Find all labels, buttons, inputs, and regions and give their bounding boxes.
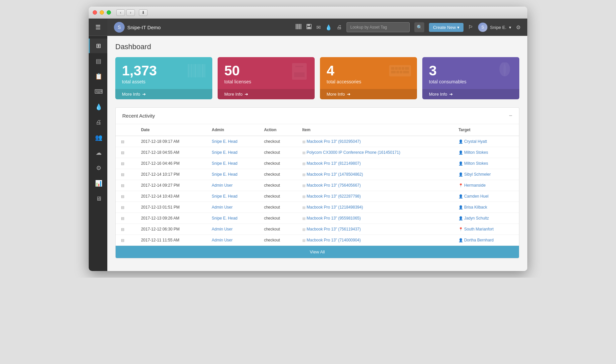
consumables-more-info[interactable]: More Info ➜ — [422, 89, 519, 99]
svg-rect-27 — [395, 67, 398, 70]
row-target[interactable]: 👤Sibyl Schmeler — [453, 169, 519, 180]
forward-button[interactable]: › — [126, 9, 135, 16]
asset-tag-search[interactable] — [347, 22, 410, 32]
svg-rect-8 — [301, 24, 301, 29]
row-admin[interactable]: Snipe E. Head — [206, 136, 258, 147]
row-admin[interactable]: Admin User — [206, 224, 258, 235]
row-item[interactable]: ▤Macbook Pro 13" (1478504862) — [297, 169, 453, 180]
row-admin[interactable]: Admin User — [206, 180, 258, 191]
barcode-row-icon: ▤ — [121, 172, 124, 176]
col-action-label: Action — [259, 124, 297, 136]
consumables-card-icon — [496, 62, 514, 86]
row-date: 2017-12-12 06:30 PM — [136, 224, 206, 235]
download-button[interactable]: ⬇ — [139, 9, 148, 16]
sidebar-item-licenses[interactable]: 📋 — [89, 69, 107, 84]
row-target[interactable]: 👤Milton Stokes — [453, 147, 519, 158]
share-icon[interactable]: ⚙ — [516, 24, 521, 31]
maximize-button[interactable] — [107, 10, 111, 15]
barcode-nav-icon[interactable] — [296, 24, 302, 31]
col-admin-label: Admin — [206, 124, 258, 136]
close-button[interactable] — [93, 10, 97, 15]
create-new-button[interactable]: Create New ▾ — [429, 23, 463, 32]
row-target[interactable]: 📍Hermanside — [453, 180, 519, 191]
row-date: 2017-12-14 10:43 AM — [136, 191, 206, 202]
svg-rect-3 — [297, 24, 297, 29]
svg-rect-6 — [299, 24, 300, 29]
row-admin[interactable]: Admin User — [206, 202, 258, 213]
sidebar-item-people[interactable]: 👥 — [89, 130, 107, 145]
row-admin[interactable]: Snipe E. Head — [206, 158, 258, 169]
row-item[interactable]: ▤Macbook Pro 13" (812149807) — [297, 158, 453, 169]
view-all-button[interactable]: View All — [116, 246, 519, 258]
minimize-button[interactable] — [100, 10, 104, 15]
barcode-row-icon: ▤ — [121, 139, 124, 143]
licenses-arrow-icon: ➜ — [245, 92, 248, 97]
sidebar-item-display[interactable]: 🖥 — [89, 191, 107, 206]
row-date: 2017-12-13 09:26 AM — [136, 213, 206, 224]
accessories-more-info[interactable]: More Info ➜ — [320, 89, 417, 99]
row-action: checkout — [259, 235, 297, 246]
svg-rect-22 — [292, 63, 307, 80]
barcode-row-icon: ▤ — [121, 227, 124, 231]
row-item[interactable]: ▤Macbook Pro 13" (714000904) — [297, 235, 453, 246]
row-target[interactable]: 👤Dortha Bernhard — [453, 235, 519, 246]
row-item[interactable]: ▤Macbook Pro 13" (1218498394) — [297, 202, 453, 213]
sidebar-item-reports[interactable]: 📊 — [89, 176, 107, 191]
hamburger-icon[interactable]: ☰ — [95, 24, 101, 31]
sidebar-item-dashboard[interactable]: ⊞ — [89, 39, 107, 53]
card-assets[interactable]: 1,373 total assets M — [115, 57, 212, 99]
row-admin[interactable]: Snipe E. Head — [206, 191, 258, 202]
row-item[interactable]: ▤Macbook Pro 13" (756405667) — [297, 180, 453, 191]
row-target[interactable]: 👤Jadyn Schultz — [453, 213, 519, 224]
sidebar-item-accessories[interactable]: ⌨ — [89, 84, 107, 99]
licenses-more-info[interactable]: More Info ➜ — [218, 89, 315, 99]
item-barcode-icon: ▤ — [302, 173, 305, 176]
row-item[interactable]: ▤Macbook Pro 13" (756119437) — [297, 224, 453, 235]
assets-icon: ▤ — [96, 57, 101, 65]
item-barcode-icon: ▤ — [302, 206, 305, 209]
row-target[interactable]: 👤Brisa Kilback — [453, 202, 519, 213]
accessories-icon: ⌨ — [94, 88, 103, 95]
page-content: Dashboard 1,373 total assets — [107, 36, 527, 271]
sidebar-item-cloud[interactable]: ☁ — [89, 145, 107, 160]
reports-icon: 📊 — [95, 180, 102, 187]
row-admin[interactable]: Snipe E. Head — [206, 147, 258, 158]
assets-more-info[interactable]: More Info ➜ — [115, 89, 212, 99]
card-consumables[interactable]: 3 total consumables More Info ➜ — [422, 57, 519, 99]
row-target[interactable]: 👤Crystal Hyatt — [453, 136, 519, 147]
row-item[interactable]: ▤Polycom CX3000 IP Conference Phone (161… — [297, 147, 453, 158]
card-licenses[interactable]: 50 total licenses More Info ➜ — [218, 57, 315, 99]
row-date: 2017-12-18 04:55 AM — [136, 147, 206, 158]
sidebar-item-assets[interactable]: ▤ — [89, 54, 107, 68]
row-admin[interactable]: Snipe E. Head — [206, 213, 258, 224]
row-target[interactable]: 📍South Marianfort — [453, 224, 519, 235]
item-barcode-icon: ▤ — [302, 238, 305, 242]
email-nav-icon[interactable]: ✉ — [316, 24, 321, 31]
save-nav-icon[interactable] — [306, 24, 312, 31]
collapse-button[interactable]: − — [509, 112, 512, 119]
dropdown-arrow-icon: ▾ — [457, 25, 460, 30]
search-button[interactable]: 🔍 — [414, 22, 424, 32]
svg-rect-14 — [191, 64, 192, 77]
row-admin[interactable]: Snipe E. Head — [206, 169, 258, 180]
row-action: checkout — [259, 202, 297, 213]
back-button[interactable]: ‹ — [116, 9, 125, 16]
sidebar-item-settings[interactable]: ⚙ — [89, 161, 107, 175]
sidebar-item-components[interactable]: 🖨 — [89, 115, 107, 130]
flag-icon[interactable]: 🏳 — [468, 24, 473, 30]
sidebar-item-consumables[interactable]: 💧 — [89, 100, 107, 114]
sidebar: ☰ ⊞ ▤ 📋 ⌨ 💧 🖨 — [89, 19, 107, 271]
user-menu[interactable]: S Snipe E. ▾ — [478, 23, 511, 32]
print-nav-icon[interactable]: 🖨 — [337, 24, 342, 30]
row-item[interactable]: ▤Macbook Pro 13" (910295047) — [297, 136, 453, 147]
row-item[interactable]: ▤Macbook Pro 13" (955981065) — [297, 213, 453, 224]
row-admin[interactable]: Admin User — [206, 235, 258, 246]
card-accessories[interactable]: 4 total accessories — [320, 57, 417, 99]
assets-card-icon — [187, 62, 207, 83]
svg-rect-2 — [296, 24, 296, 29]
row-action: checkout — [259, 169, 297, 180]
row-target[interactable]: 👤Milton Stokes — [453, 158, 519, 169]
row-target[interactable]: 👤Camden Huel — [453, 191, 519, 202]
row-item[interactable]: ▤Macbook Pro 13" (622287798) — [297, 191, 453, 202]
drop-nav-icon[interactable]: 💧 — [325, 24, 332, 31]
